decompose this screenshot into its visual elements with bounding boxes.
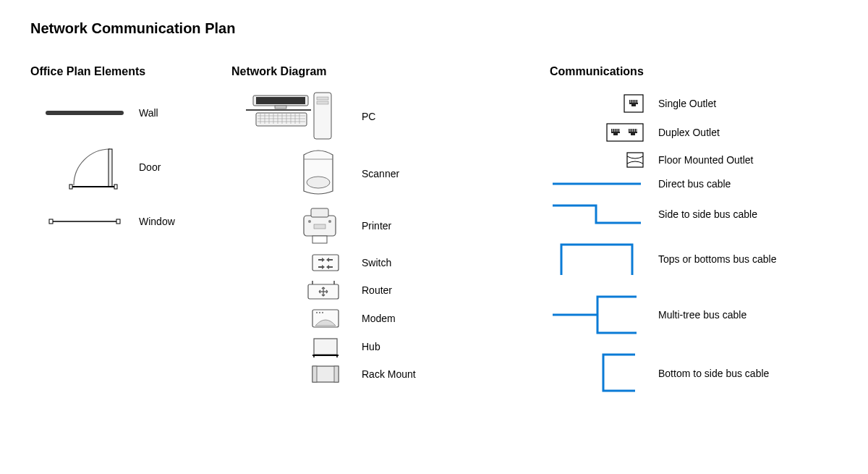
svg-rect-37	[312, 255, 339, 271]
modem-icon	[311, 308, 340, 329]
legend-pc-label: PC	[340, 111, 375, 122]
legend-window: Window	[30, 216, 218, 227]
legend-scanner: Scanner	[231, 149, 521, 198]
section-comm-title: Communications	[550, 65, 854, 78]
door-icon	[67, 142, 124, 192]
legend-modem: Modem	[231, 308, 521, 329]
legend-window-label: Window	[124, 216, 175, 227]
legend-duplex-outlet: Duplex Outlet	[550, 123, 854, 142]
duplex-outlet-icon	[606, 123, 644, 142]
switch-icon	[311, 253, 340, 272]
pc-icon	[239, 91, 340, 142]
legend-bottom-side: Bottom to side bus cable	[550, 350, 854, 397]
svg-rect-13	[275, 106, 286, 109]
legend-side-bus-label: Side to side bus cable	[644, 208, 757, 220]
svg-point-46	[322, 312, 323, 313]
tops-bus-icon	[550, 239, 644, 279]
page-title: Network Communication Plan	[30, 20, 235, 37]
legend-direct-bus: Direct bus cable	[550, 178, 854, 190]
legend-multi-tree-label: Multi-tree bus cable	[644, 309, 746, 321]
hub-icon	[311, 336, 340, 357]
legend-router-label: Router	[340, 284, 392, 296]
direct-bus-icon	[550, 179, 644, 189]
svg-rect-3	[69, 185, 72, 189]
multi-tree-icon	[550, 289, 644, 340]
legend-duplex-outlet-label: Duplex Outlet	[644, 127, 720, 138]
legend-door-label: Door	[124, 161, 161, 173]
legend-wall: Wall	[30, 107, 218, 119]
section-office: Office Plan Elements Wall Door	[30, 65, 218, 250]
printer-icon	[299, 206, 340, 246]
svg-rect-53	[334, 366, 339, 382]
side-bus-icon	[550, 200, 644, 229]
legend-hub-label: Hub	[340, 341, 380, 352]
svg-point-34	[308, 220, 311, 223]
svg-rect-7	[116, 219, 120, 224]
legend-printer-label: Printer	[340, 220, 391, 232]
legend-modem-label: Modem	[340, 313, 396, 324]
section-comm: Communications Single Outlet	[550, 65, 854, 407]
section-network-title: Network Diagram	[231, 65, 521, 78]
legend-single-outlet: Single Outlet	[550, 94, 854, 113]
legend-scanner-label: Scanner	[340, 168, 399, 179]
svg-point-45	[319, 312, 320, 313]
window-icon	[45, 216, 124, 227]
svg-rect-52	[312, 366, 317, 382]
svg-rect-4	[114, 185, 117, 189]
legend-pc: PC	[231, 91, 521, 142]
legend-tops-bus: Tops or bottoms bus cable	[550, 239, 854, 279]
svg-point-29	[307, 177, 330, 188]
legend-switch: Switch	[231, 253, 521, 272]
scanner-icon	[297, 149, 340, 198]
svg-rect-47	[314, 339, 337, 355]
svg-point-35	[328, 220, 331, 223]
legend-printer: Printer	[231, 206, 521, 246]
legend-floor-outlet-label: Floor Mounted Outlet	[644, 154, 754, 166]
section-network: Network Diagram	[231, 65, 521, 391]
svg-rect-68	[627, 153, 643, 167]
legend-rack: Rack Mount	[231, 365, 521, 384]
legend-floor-outlet: Floor Mounted Outlet	[550, 152, 854, 168]
svg-rect-36	[314, 224, 326, 229]
section-office-title: Office Plan Elements	[30, 65, 218, 78]
rack-icon	[311, 365, 340, 384]
legend-door: Door	[30, 142, 218, 192]
router-icon	[307, 279, 340, 301]
legend-wall-label: Wall	[124, 107, 158, 119]
legend-direct-bus-label: Direct bus cable	[644, 178, 731, 190]
bottom-side-icon	[586, 350, 644, 397]
svg-rect-6	[49, 219, 53, 224]
floor-outlet-icon	[626, 152, 644, 168]
legend-tops-bus-label: Tops or bottoms bus cable	[644, 253, 776, 265]
svg-rect-10	[317, 101, 328, 104]
legend-side-bus: Side to side bus cable	[550, 200, 854, 229]
single-outlet-icon	[624, 94, 644, 113]
legend-hub: Hub	[231, 336, 521, 357]
legend-rack-label: Rack Mount	[340, 368, 416, 380]
legend-switch-label: Switch	[340, 257, 391, 268]
svg-rect-33	[312, 236, 327, 243]
svg-point-44	[316, 312, 318, 313]
svg-rect-32	[311, 208, 328, 217]
svg-rect-15	[256, 113, 307, 126]
page: Network Communication Plan Office Plan E…	[0, 0, 868, 474]
legend-bottom-side-label: Bottom to side bus cable	[644, 368, 769, 379]
svg-rect-12	[256, 97, 305, 104]
legend-router: Router	[231, 279, 521, 301]
svg-rect-1	[109, 149, 112, 187]
svg-rect-9	[317, 97, 328, 100]
legend-multi-tree: Multi-tree bus cable	[550, 289, 854, 340]
legend-single-outlet-label: Single Outlet	[644, 98, 716, 109]
wall-icon	[45, 107, 124, 119]
